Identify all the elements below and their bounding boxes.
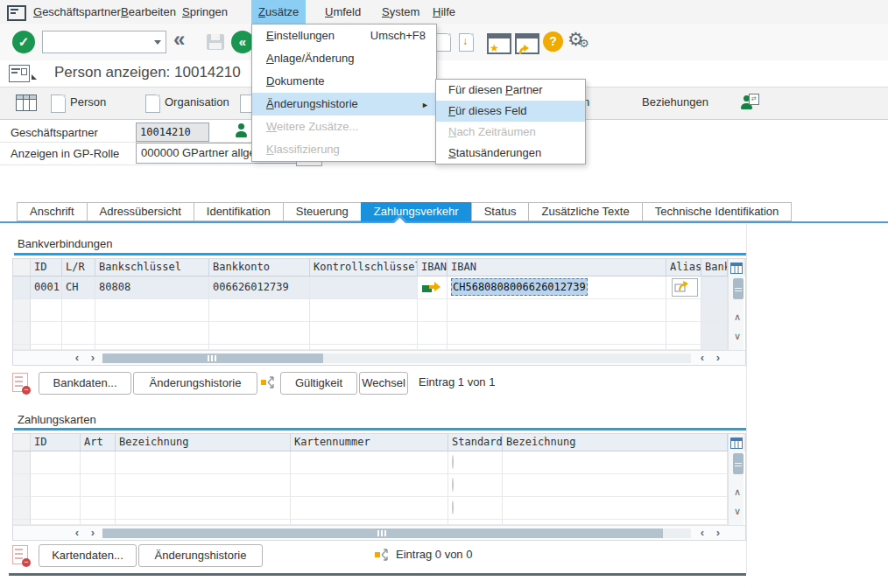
reorder-icon[interactable] — [261, 375, 277, 389]
new-session-icon[interactable]: ★ — [487, 33, 511, 54]
row-selector[interactable] — [13, 276, 31, 299]
cell-bankschluessel[interactable]: 80808 — [95, 276, 209, 299]
locator-toggle-icon[interactable] — [16, 94, 37, 111]
system-menu-icon[interactable] — [7, 5, 26, 21]
bank-hscroll-left-icon[interactable]: ‹ — [69, 352, 85, 364]
menuitem-statusaenderungen[interactable]: Statusänderungen — [436, 143, 585, 164]
bank-hscroll-right-icon[interactable]: › — [85, 352, 101, 364]
tab-adressuebersicht[interactable]: Adressübersicht — [87, 202, 194, 221]
cards-table-config-button[interactable] — [728, 434, 744, 452]
cards-aenderungshistorie-button[interactable]: Änderungshistorie — [138, 544, 263, 567]
back-icon[interactable]: « — [173, 27, 185, 52]
beziehungen-button[interactable]: Beziehungen — [642, 95, 708, 108]
partner-field-value[interactable]: 10014210 — [136, 122, 209, 142]
standard-radio[interactable] — [452, 500, 454, 514]
partner-switch-icon[interactable]: ⇄ — [740, 95, 753, 109]
gueltigkeit-button[interactable]: Gültigkeit — [280, 372, 357, 395]
bank-vscroll-thumb[interactable] — [733, 278, 744, 299]
col-bank-clipped[interactable]: Bank — [701, 259, 728, 276]
bank-hscroll-thumb[interactable] — [102, 354, 323, 363]
col-iban-btn[interactable]: IBAN — [418, 259, 448, 276]
menu-geschaeftspartner[interactable]: Geschäftspartner — [26, 0, 128, 24]
command-input[interactable] — [45, 32, 150, 52]
iban-selected-value[interactable]: CH5680808006626012739 — [451, 278, 588, 296]
cell-kontrollschluessel[interactable] — [310, 276, 418, 299]
cards-hscroll-left2-icon[interactable]: ‹ — [694, 527, 710, 539]
menuitem-dokumente[interactable]: Dokumente — [252, 70, 436, 93]
cell-id[interactable]: 0001 — [31, 276, 62, 299]
cell-iban-button[interactable] — [418, 276, 448, 299]
cell-lr[interactable]: CH — [62, 276, 95, 299]
col-alias[interactable]: Alias — [666, 259, 701, 276]
bank-scroll-down-icon[interactable]: ∨ — [729, 331, 745, 342]
cards-hscroll-left-icon[interactable]: ‹ — [69, 527, 85, 539]
organisation-button[interactable]: Organisation — [165, 95, 229, 108]
bank-hscroll-left2-icon[interactable]: ‹ — [694, 352, 710, 364]
tab-anschrift[interactable]: Anschrift — [17, 202, 88, 221]
tab-zahlungsverkehr[interactable]: Zahlungsverkehr — [361, 202, 472, 221]
layout-dropdown-icon[interactable] — [32, 74, 37, 80]
cell-alias[interactable] — [666, 276, 701, 299]
kartendaten-button[interactable]: Kartendaten... — [39, 544, 137, 567]
cards-scroll-down-icon[interactable]: ∨ — [729, 506, 745, 517]
tab-identifikation[interactable]: Identifikation — [194, 202, 284, 221]
menu-bearbeiten[interactable]: Bearbeiten — [114, 0, 183, 24]
menu-zusaetze[interactable]: Zusätze — [251, 0, 306, 24]
cards-scroll-up-icon[interactable]: ∧ — [729, 486, 745, 498]
col-lr[interactable]: L/R — [62, 259, 95, 276]
enter-button[interactable]: ✓ — [12, 31, 35, 53]
cards-hscroll-thumb[interactable] — [102, 528, 663, 538]
person-button[interactable]: Person — [70, 95, 106, 108]
tab-steuerung[interactable]: Steuerung — [283, 202, 362, 221]
cards-hscroll-right-icon[interactable]: › — [85, 527, 101, 539]
delete-card-row-button[interactable]: − — [12, 545, 28, 564]
menuitem-fuer-diesen-partner[interactable]: Für diesen Partner — [436, 80, 585, 101]
col-bankschluessel[interactable]: Bankschlüssel — [95, 259, 209, 276]
menu-hilfe[interactable]: Hilfe — [426, 0, 462, 24]
cards-hscroll-right2-icon[interactable]: › — [710, 527, 726, 539]
alias-button[interactable] — [672, 278, 698, 297]
wechsel-button[interactable]: Wechsel — [359, 372, 408, 395]
menu-springen[interactable]: Springen — [175, 0, 235, 24]
settings-gears-icon[interactable]: ⚙⚙ — [567, 29, 584, 50]
help-icon[interactable]: ? — [543, 32, 563, 52]
menuitem-anlage-aenderung[interactable]: Anlage/Änderung — [252, 47, 436, 70]
tab-status[interactable]: Status — [471, 202, 530, 221]
create-shortcut-icon[interactable] — [515, 33, 539, 54]
col-card-bezeichnung[interactable]: Bezeichnung — [116, 434, 291, 452]
bank-aenderungshistorie-button[interactable]: Änderungshistorie — [133, 372, 257, 395]
bank-row-1[interactable]: 0001 CH 80808 006626012739 CH56808080066… — [13, 276, 745, 299]
cards-hscroll-track[interactable] — [102, 528, 691, 538]
menu-system[interactable]: System — [375, 0, 426, 24]
bankdaten-button[interactable]: Bankdaten... — [39, 372, 131, 395]
cards-vscroll-thumb[interactable] — [733, 453, 744, 474]
gui-layout-icon[interactable] — [9, 65, 30, 82]
col-standard[interactable]: Standard — [448, 434, 503, 452]
bank-scroll-up-icon[interactable]: ∧ — [729, 312, 745, 323]
col-kartennummer[interactable]: Kartennummer — [291, 434, 448, 452]
standard-radio[interactable] — [452, 478, 454, 492]
col-id[interactable]: ID — [31, 259, 62, 276]
bank-hscroll-track[interactable] — [102, 354, 691, 363]
delete-bank-row-button[interactable]: − — [12, 373, 28, 392]
col-card-art[interactable]: Art — [81, 434, 116, 452]
bank-table-config-button[interactable] — [728, 259, 744, 276]
bank-hscroll-right2-icon[interactable]: › — [710, 352, 726, 364]
menuitem-aenderungshistorie[interactable]: Änderungshistorie ► — [252, 93, 436, 116]
menuitem-weitere-zusaetze: Weitere Zusätze... — [252, 116, 436, 138]
tab-zusaetzliche-texte[interactable]: Zusätzliche Texte — [528, 202, 642, 221]
command-dropdown-icon[interactable] — [154, 40, 161, 45]
standard-radio[interactable] — [452, 455, 454, 469]
col-iban[interactable]: IBAN — [448, 259, 666, 276]
tab-technische-identifikation[interactable]: Technische Identifikation — [642, 202, 793, 221]
menuitem-einstellungen[interactable]: Einstellungen Umsch+F8 — [252, 24, 436, 47]
col-bankkonto[interactable]: Bankkonto — [209, 259, 310, 276]
menuitem-fuer-dieses-feld[interactable]: Für dieses Feld — [436, 101, 585, 122]
col-kontrollschluessel[interactable]: Kontrollschlüssel — [310, 259, 418, 276]
reorder-icon[interactable] — [375, 548, 391, 562]
cell-iban[interactable]: CH5680808006626012739 — [448, 276, 666, 299]
col-card-id[interactable]: ID — [31, 434, 81, 452]
cell-bankkonto[interactable]: 006626012739 — [209, 276, 310, 299]
menu-umfeld[interactable]: Umfeld — [318, 0, 368, 24]
col-card-bezeichnung2[interactable]: Bezeichnung — [503, 434, 728, 452]
